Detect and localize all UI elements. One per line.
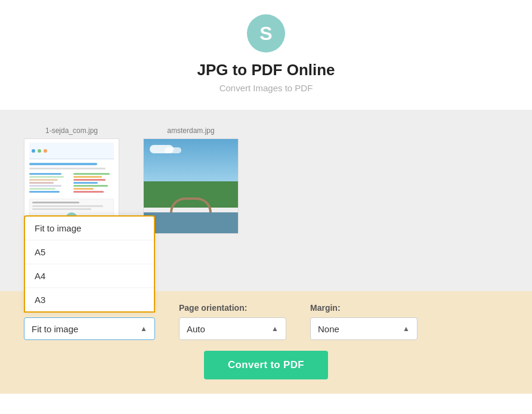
doc-col1-bar4: [29, 182, 54, 184]
app-title: JPG to PDF Online: [197, 61, 335, 79]
orientation-select[interactable]: Auto ▲: [179, 317, 286, 340]
doc-section-1: [29, 173, 114, 193]
doc-col1-bar7: [29, 191, 60, 193]
doc-col2-bar4: [73, 182, 98, 184]
doc-col2-bar3: [73, 179, 106, 181]
logo: S: [247, 14, 285, 52]
header: S JPG to PDF Online Convert Images to PD…: [0, 0, 532, 110]
page-size-section: Fit to image A5 A4 A3 Fit to image ▲: [24, 317, 155, 340]
doc-highlight-text2: [32, 208, 91, 210]
doc-col1-bar1: [29, 173, 61, 175]
dropdown-item-a5[interactable]: A5: [25, 240, 154, 264]
doc-col2-bar6: [73, 188, 94, 190]
doc-highlight-text1: [32, 205, 103, 207]
orientation-label: Page orientation:: [179, 303, 286, 313]
filename-document: 1-sejda_com.jpg: [45, 126, 98, 135]
doc-bar-1: [29, 163, 97, 165]
doc-bar-2: [29, 168, 106, 169]
amsterdam-photo: [143, 138, 239, 234]
filename-photo: amsterdam.jpg: [167, 126, 214, 135]
dropdown-item-a3[interactable]: A3: [25, 288, 154, 311]
dropdown-menu: Fit to image A5 A4 A3: [24, 215, 155, 313]
doc-col1-bar5: [29, 185, 61, 187]
margin-label: Margin:: [310, 303, 417, 313]
doc-col-1: [29, 173, 70, 193]
logo-letter: S: [259, 23, 272, 45]
doc-col2-bar7: [73, 191, 104, 193]
margin-section: Margin: None ▲: [310, 303, 417, 340]
doc-header: [29, 143, 114, 159]
convert-button[interactable]: Convert to PDF: [204, 351, 328, 379]
thumbnail-photo: amsterdam.jpg: [143, 126, 239, 234]
bridge: [170, 197, 212, 212]
dot-orange: [44, 149, 47, 153]
dropdown-item-fit[interactable]: Fit to image: [25, 217, 154, 240]
dropdown-item-a4[interactable]: A4: [25, 264, 154, 288]
water: [144, 212, 238, 233]
doc-col2-bar1: [73, 173, 110, 175]
page-size-arrow-icon: ▲: [140, 325, 147, 333]
doc-col2-bar2: [73, 176, 102, 178]
dot-green: [38, 149, 41, 153]
doc-highlight-title: [32, 202, 79, 203]
orientation-selected-label: Auto: [187, 324, 205, 334]
dot-blue: [32, 149, 35, 153]
orientation-arrow-icon: ▲: [271, 325, 279, 333]
page-size-select[interactable]: Fit to image ▲: [24, 317, 155, 340]
margin-select[interactable]: None ▲: [310, 317, 417, 340]
doc-col-2: [73, 173, 114, 193]
doc-col2-bar5: [73, 185, 108, 187]
page-size-selected-label: Fit to image: [32, 324, 78, 334]
margin-selected-label: None: [318, 324, 339, 334]
options-area: Fit to image A5 A4 A3 Fit to image ▲ Pag…: [0, 291, 532, 394]
orientation-section: Page orientation: Auto ▲: [179, 303, 286, 340]
doc-col1-bar6: [29, 188, 55, 190]
convert-row: Convert to PDF: [24, 351, 508, 379]
margin-arrow-icon: ▲: [403, 325, 410, 333]
options-cols: Fit to image A5 A4 A3 Fit to image ▲ Pag…: [24, 303, 508, 340]
doc-col1-bar3: [29, 179, 58, 181]
doc-col1-bar2: [29, 176, 64, 178]
app-subtitle: Convert Images to PDF: [219, 83, 313, 93]
clouds-2: [165, 147, 181, 153]
